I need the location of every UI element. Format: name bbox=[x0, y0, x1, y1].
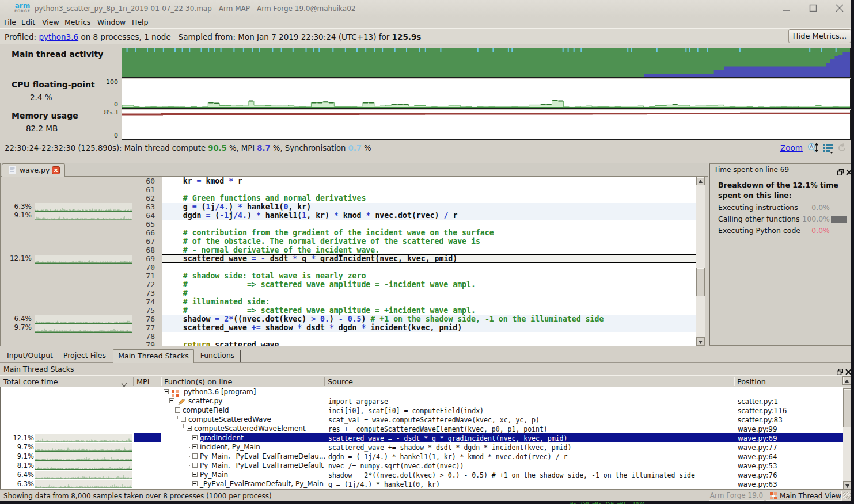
editor-line-65[interactable]: 65 bbox=[1, 220, 696, 228]
source-line: dgdn = (-1j/4.) * hankel1(1, kr) * kmod … bbox=[328, 453, 567, 461]
stacks-row-py-main-pyeval-evalframedefault[interactable]: 8.1%Py_Main, _PyEval_EvalFrameDefaultnve… bbox=[1, 461, 851, 470]
column-header-mpi[interactable]: MPI bbox=[136, 377, 150, 386]
editor-viewport[interactable]: 60 kr = kmod * r6162 # Green functions a… bbox=[1, 177, 708, 346]
title-bar[interactable]: armFORGE python3_scatter_py_8p_1n_2019-0… bbox=[0, 0, 851, 17]
stacks-row-gradincident[interactable]: 12.1%gradIncidentscattered_wave = - dsdt… bbox=[1, 433, 851, 442]
position: scatter.py:1 bbox=[738, 398, 778, 406]
close-button[interactable] bbox=[834, 3, 845, 13]
stacks-row-python3-6-program[interactable]: python3.6 [program] bbox=[1, 387, 851, 396]
stacks-row-incident-py-main[interactable]: 9.7%incident, Py_Mainscattered_wave += s… bbox=[1, 442, 851, 452]
editor-line-64[interactable]: 9.1%64 dgdn = (-1j/4.) * hankel1(1, kr) … bbox=[1, 211, 696, 220]
stacks-row-computescatteredwaveelement[interactable]: computeScatteredWaveElementres += comput… bbox=[1, 424, 851, 433]
expand-icon[interactable] bbox=[192, 481, 198, 486]
function-name: incident, Py_Main bbox=[200, 443, 260, 451]
minimize-button[interactable] bbox=[781, 3, 792, 13]
stacks-row-computescatteredwave[interactable]: computeScatteredWavescat_val = wave.comp… bbox=[1, 415, 851, 424]
editor-line-67[interactable]: 67 # of the obstacle. The normal derivat… bbox=[1, 237, 696, 246]
panel-float-icon[interactable] bbox=[837, 167, 844, 178]
stacks-row-py-main[interactable]: 6.4%Py_Mainshadow = 2*((nvec.dot(kvec) >… bbox=[1, 470, 851, 479]
bottom-panel: Input/OutputProject FilesMain Thread Sta… bbox=[0, 348, 851, 490]
menu-help[interactable]: Help bbox=[132, 18, 149, 26]
editor-tab-bar: wave.py x bbox=[1, 163, 708, 177]
menu-metrics[interactable]: Metrics bbox=[64, 18, 90, 26]
menu-window[interactable]: Window bbox=[97, 18, 126, 26]
editor-line-74[interactable]: 74 # illuminated side: bbox=[1, 297, 696, 306]
main-thread-activity-chart[interactable] bbox=[122, 48, 851, 78]
position: wave.py:63 bbox=[738, 480, 777, 488]
stacks-scrollbar-thumb[interactable] bbox=[843, 388, 851, 427]
expand-icon[interactable] bbox=[192, 453, 198, 459]
editor-line-79[interactable]: 79 return scattered_wave bbox=[1, 341, 696, 346]
column-header-total-core-time[interactable]: Total core time bbox=[3, 377, 58, 386]
stacks-scroll-down-button[interactable] bbox=[843, 481, 851, 490]
editor-tab-wave-py[interactable]: wave.py x bbox=[2, 163, 65, 177]
editor-line-71[interactable]: 71 # shadow side: total wave is nearly z… bbox=[1, 272, 696, 280]
editor-line-61[interactable]: 61 bbox=[1, 185, 696, 194]
editor-line-75[interactable]: 75 # => scattered wave amplitude = +inci… bbox=[1, 306, 696, 315]
editor-line-66[interactable]: 66 # contribution from the gradient of t… bbox=[1, 228, 696, 237]
tab-input-output[interactable]: Input/Output bbox=[1, 350, 59, 362]
stacks-row-py-main-pyeval-evalframedefau[interactable]: 9.1%Py_Main, _PyEval_EvalFrameDefau...dg… bbox=[1, 452, 851, 461]
stacks-table-header: Total core time MPI Function(s) on line … bbox=[0, 375, 851, 387]
expand-icon[interactable] bbox=[192, 435, 198, 440]
position: wave.py:53 bbox=[738, 462, 777, 470]
maximize-button[interactable] bbox=[808, 3, 818, 13]
stacks-scroll-up-button[interactable] bbox=[842, 376, 851, 385]
expand-icon[interactable] bbox=[192, 463, 198, 468]
editor-line-60[interactable]: 60 kr = kmod * r bbox=[1, 177, 696, 185]
view-selector[interactable]: Main Thread View bbox=[766, 491, 842, 501]
panel-close-icon[interactable] bbox=[846, 167, 852, 178]
breakdown-row-executing-python-code: Executing Python code0.0% bbox=[718, 226, 848, 238]
tab-functions[interactable]: Functions bbox=[195, 350, 241, 362]
reset-zoom-icon[interactable] bbox=[837, 143, 847, 155]
expand-icon[interactable] bbox=[192, 444, 198, 449]
editor-line-76[interactable]: 6.4%76 shadow = 2*((nvec.dot(kvec) > 0.)… bbox=[1, 315, 696, 323]
editor-line-62[interactable]: 62 # Green functions and normal derivati… bbox=[1, 194, 696, 203]
editor-tab-close-icon[interactable]: x bbox=[52, 166, 60, 174]
metrics-list-icon[interactable] bbox=[822, 143, 834, 155]
function-name: gradIncident bbox=[200, 434, 244, 442]
zoom-text-size-icon[interactable]: A bbox=[807, 143, 819, 155]
memory-axis-max: 85.3 bbox=[101, 109, 118, 116]
editor-scroll-up-button[interactable] bbox=[696, 177, 705, 185]
editor-scrollbar[interactable] bbox=[696, 177, 705, 346]
expand-icon[interactable] bbox=[192, 472, 198, 477]
column-header-position[interactable]: Position bbox=[737, 377, 766, 386]
tab-project-files[interactable]: Project Files bbox=[60, 350, 109, 362]
menu-edit[interactable]: Edit bbox=[21, 18, 35, 26]
editor-line-63[interactable]: 6.3%63 g = (1j/4.) * hankel1(0, kr) bbox=[1, 203, 696, 211]
editor-line-77[interactable]: 9.7%77 scattered_wave += shadow * dsdt *… bbox=[1, 323, 696, 332]
menu-view[interactable]: View bbox=[42, 18, 59, 26]
mpi-cell bbox=[134, 433, 161, 442]
line-64-time-percent: 9.1% bbox=[2, 211, 32, 220]
profiled-program-link[interactable]: python3.6 bbox=[39, 32, 78, 41]
editor-line-78[interactable]: 78 bbox=[1, 332, 696, 341]
collapse-icon[interactable] bbox=[175, 407, 180, 413]
column-header-functions-on-line[interactable]: Function(s) on line bbox=[164, 377, 232, 386]
editor-line-69[interactable]: 12.1%69 scattered_wave = - dsdt * g * gr… bbox=[1, 254, 696, 263]
editor-line-73[interactable]: 73 # bbox=[1, 289, 696, 297]
menu-file[interactable]: File bbox=[4, 18, 16, 26]
editor-line-68[interactable]: 68 # - normal derivative of the incident… bbox=[1, 246, 696, 254]
editor-line-72[interactable]: 72 # => scattered wave amplitude = -inci… bbox=[1, 280, 696, 289]
collapse-icon[interactable] bbox=[169, 398, 174, 403]
editor-scrollbar-thumb[interactable] bbox=[696, 268, 705, 296]
cpu-floating-point-chart[interactable] bbox=[122, 79, 851, 109]
editor-line-70[interactable]: 70 bbox=[1, 263, 696, 272]
memory-usage-chart[interactable] bbox=[122, 110, 851, 140]
collapse-icon[interactable] bbox=[164, 389, 169, 394]
collapse-icon[interactable] bbox=[181, 417, 186, 422]
editor-scroll-down-button[interactable] bbox=[696, 337, 705, 346]
stacks-row-scatter-py[interactable]: scatter.pyimport argparsescatter.py:1 bbox=[1, 396, 851, 406]
tab-main-thread-stacks[interactable]: Main Thread Stacks bbox=[113, 349, 194, 363]
menu-bar: FileEditViewMetricsWindowHelp bbox=[0, 17, 851, 28]
time-spent-panel-title-bar[interactable]: Time spent on line 69 bbox=[710, 164, 851, 175]
hide-metrics-button[interactable]: Hide Metrics... bbox=[788, 29, 851, 43]
stacks-row-computefield[interactable]: computeFieldinci[i0], scat[i0] = compute… bbox=[1, 406, 851, 415]
column-header-source[interactable]: Source bbox=[328, 377, 353, 386]
collapse-icon[interactable] bbox=[187, 426, 192, 431]
stacks-row-pyeval-evalframedefault-py-main[interactable]: 6.3%_PyEval_EvalFrameDefault, Py_Maing =… bbox=[1, 479, 851, 488]
code-text-line-79: return scattered_wave bbox=[165, 341, 279, 346]
zoom-link[interactable]: Zoom bbox=[780, 143, 803, 152]
resize-grip[interactable] bbox=[843, 492, 851, 499]
